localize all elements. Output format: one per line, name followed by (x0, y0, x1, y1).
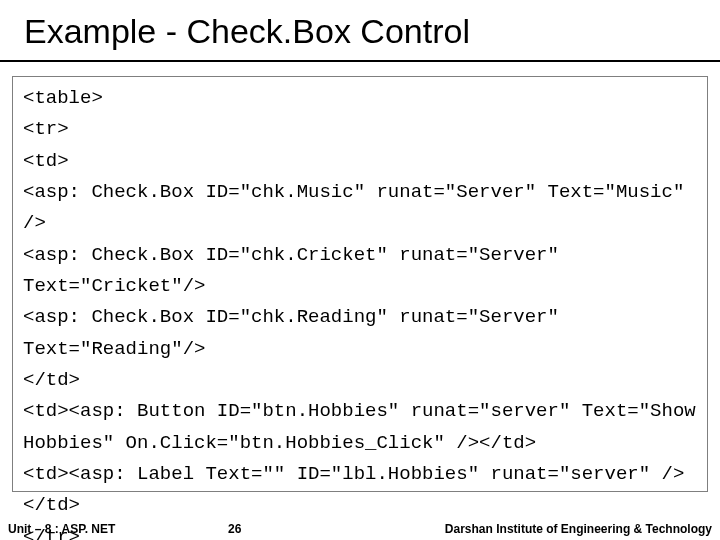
code-block: <table> <tr> <td> <asp: Check.Box ID="ch… (12, 76, 708, 492)
footer: Unit – 8 : ASP. NET 26 Darshan Institute… (0, 518, 720, 540)
slide-title: Example - Check.Box Control (0, 0, 720, 59)
title-rule (0, 60, 720, 62)
footer-institute: Darshan Institute of Engineering & Techn… (445, 522, 720, 536)
footer-page-number: 26 (228, 522, 241, 536)
footer-unit: Unit – 8 : ASP. NET (0, 522, 115, 536)
